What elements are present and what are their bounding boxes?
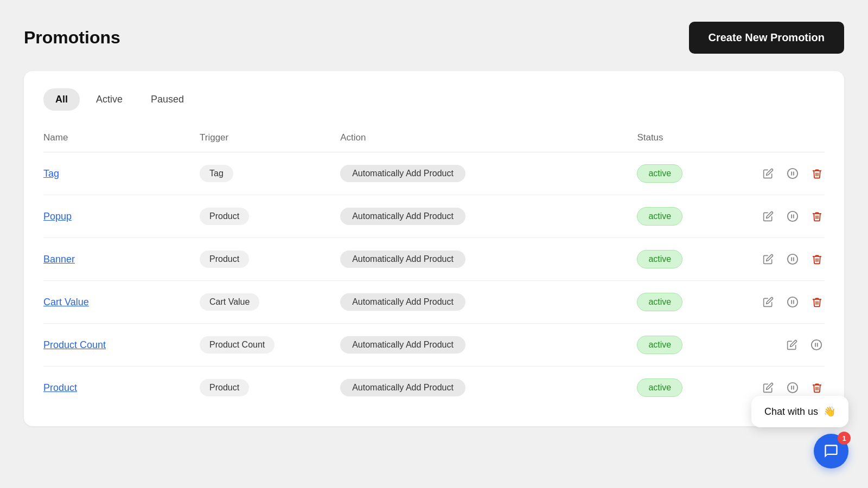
chat-widget: Chat with us 👋 1 [751,396,848,468]
filter-tabs: AllActivePaused [43,88,825,111]
pause-button[interactable] [784,208,801,224]
edit-button[interactable] [761,166,776,181]
promotion-name-link[interactable]: Popup [43,211,72,222]
pause-button[interactable] [808,337,825,353]
pencil-icon [787,339,797,350]
chat-badge: 1 [838,432,851,445]
create-promotion-button[interactable]: Create New Promotion [689,22,844,54]
edit-button[interactable] [784,337,800,352]
col-name: Name [43,126,200,152]
tab-active[interactable]: Active [84,88,135,111]
chat-bubble-text: Chat with us [764,406,818,418]
status-badge: active [637,336,682,354]
pause-icon [810,339,822,351]
chat-button[interactable]: 1 [814,434,848,468]
table-row: Cart ValueCart ValueAutomatically Add Pr… [43,281,825,324]
pause-icon [787,382,799,394]
promotion-name-link[interactable]: Product Count [43,339,106,350]
delete-button[interactable] [809,380,825,395]
tab-all[interactable]: All [43,88,80,111]
trigger-badge: Product [200,251,249,268]
pause-button[interactable] [784,380,801,396]
trash-icon [812,297,822,307]
delete-button[interactable] [809,294,825,310]
tab-paused[interactable]: Paused [139,88,196,111]
pause-button[interactable] [784,165,801,182]
promotions-table: Name Trigger Action Status TagTagAutomat… [43,126,825,409]
row-actions [746,337,825,353]
pencil-icon [763,168,774,179]
status-badge: active [637,378,682,397]
chat-bubble: Chat with us 👋 [751,396,848,427]
pencil-icon [763,254,774,265]
trash-icon [812,211,822,222]
pause-icon [787,296,799,308]
promotion-name-link[interactable]: Cart Value [43,297,89,307]
promotion-name-link[interactable]: Banner [43,254,75,265]
pencil-icon [763,211,774,222]
col-action: Action [340,126,637,152]
trash-icon [812,168,822,179]
pause-icon [787,168,799,179]
action-badge: Automatically Add Product [340,336,465,354]
status-badge: active [637,250,682,268]
row-actions [746,251,825,267]
action-badge: Automatically Add Product [340,293,465,311]
page-title: Promotions [24,28,120,48]
action-badge: Automatically Add Product [340,379,465,396]
col-trigger: Trigger [200,126,340,152]
pencil-icon [763,297,774,307]
edit-button[interactable] [761,209,776,224]
edit-button[interactable] [761,252,776,267]
svg-point-0 [788,169,797,178]
promotion-name-link[interactable]: Tag [43,168,59,179]
promotion-name-link[interactable]: Product [43,382,77,393]
svg-point-12 [812,340,821,350]
edit-button[interactable] [761,294,776,310]
trigger-badge: Product Count [200,336,275,354]
svg-point-6 [788,254,797,264]
pencil-icon [763,382,774,393]
svg-point-3 [788,211,797,221]
row-actions [746,165,825,182]
promotions-card: AllActivePaused Name Trigger Action Stat… [24,71,844,426]
svg-point-15 [788,383,797,393]
pause-button[interactable] [784,251,801,267]
table-row: PopupProductAutomatically Add Productact… [43,195,825,238]
status-badge: active [637,293,682,311]
status-badge: active [637,164,682,183]
pause-button[interactable] [784,294,801,310]
table-header-row: Name Trigger Action Status [43,126,825,152]
page-header: Promotions Create New Promotion [24,22,844,54]
trash-icon [812,382,822,393]
table-row: BannerProductAutomatically Add Productac… [43,238,825,281]
trigger-badge: Tag [200,165,233,182]
delete-button[interactable] [809,209,825,224]
pause-icon [787,210,799,222]
trash-icon [812,254,822,265]
col-status: Status [637,126,746,152]
trigger-badge: Product [200,379,249,396]
svg-point-9 [788,297,797,307]
status-badge: active [637,207,682,226]
pause-icon [787,253,799,265]
row-actions [746,294,825,310]
action-badge: Automatically Add Product [340,165,465,182]
action-badge: Automatically Add Product [340,208,465,225]
table-row: TagTagAutomatically Add Productactive [43,152,825,195]
edit-button[interactable] [761,380,776,395]
delete-button[interactable] [809,252,825,267]
col-actions [746,126,825,152]
table-body: TagTagAutomatically Add ProductactivePop… [43,152,825,409]
row-actions [746,208,825,224]
action-badge: Automatically Add Product [340,251,465,268]
trigger-badge: Product [200,208,249,225]
table-row: ProductProductAutomatically Add Producta… [43,367,825,409]
row-actions [746,380,825,396]
trigger-badge: Cart Value [200,293,259,311]
table-row: Product CountProduct CountAutomatically … [43,324,825,367]
chat-emoji: 👋 [824,406,835,418]
delete-button[interactable] [809,166,825,181]
chat-icon [824,444,839,459]
